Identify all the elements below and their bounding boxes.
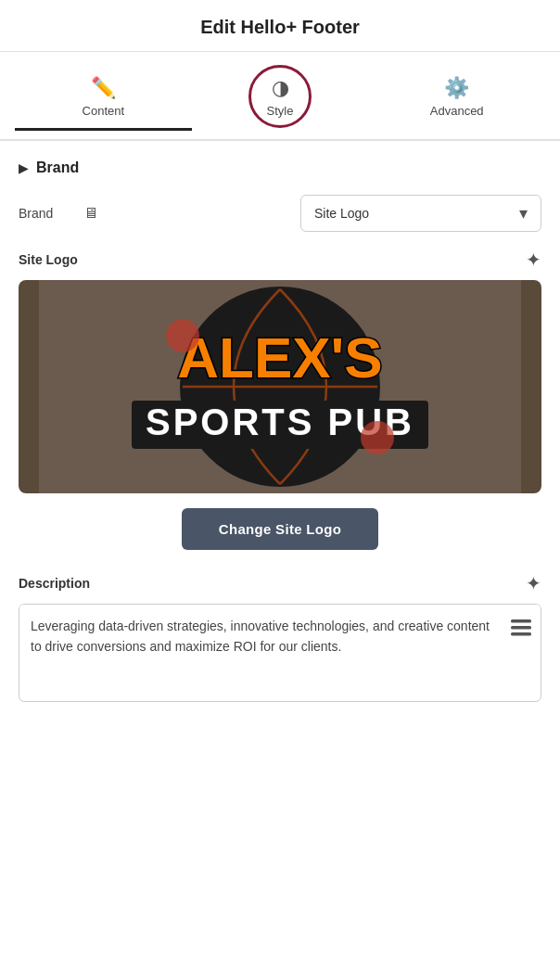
- tab-advanced[interactable]: ⚙️ Advanced: [368, 63, 545, 129]
- brand-select-value: Site Logo: [314, 206, 369, 221]
- description-sparkle-icon[interactable]: ✦: [526, 572, 541, 594]
- logo-image: ALEX'S SPORTS PUB: [19, 280, 541, 493]
- collapse-arrow[interactable]: ▶: [19, 160, 29, 175]
- monitor-icon: 🖥: [83, 205, 98, 222]
- page-wrapper: Edit Hello+ Footer ✏️ Content ◑ Style ⚙️…: [0, 0, 560, 721]
- brand-field-label: Brand: [19, 206, 74, 221]
- chevron-down-icon: ▾: [519, 203, 528, 223]
- section-header: ▶ Brand: [19, 160, 541, 176]
- svg-point-8: [361, 421, 394, 454]
- site-logo-label: Site Logo: [19, 252, 78, 267]
- svg-point-7: [166, 319, 199, 352]
- site-logo-row: Site Logo ✦: [19, 249, 541, 271]
- tab-content[interactable]: ✏️ Content: [15, 63, 192, 129]
- svg-text:ALEX'S: ALEX'S: [177, 325, 382, 389]
- change-logo-button[interactable]: Change Site Logo: [182, 508, 378, 550]
- panel-content: ▶ Brand Brand 🖥 Site Logo ▾ Site Logo ✦: [0, 141, 560, 721]
- gear-icon: ⚙️: [444, 76, 469, 100]
- style-circle: ◑ Style: [248, 65, 312, 128]
- tab-style[interactable]: ◑ Style: [192, 52, 369, 139]
- svg-rect-9: [511, 619, 531, 623]
- page-header: Edit Hello+ Footer: [0, 0, 560, 52]
- page-title: Edit Hello+ Footer: [15, 17, 545, 38]
- sparkle-icon[interactable]: ✦: [526, 249, 541, 271]
- tabs-bar: ✏️ Content ◑ Style ⚙️ Advanced: [0, 52, 560, 141]
- brand-field-row: Brand 🖥 Site Logo ▾: [19, 195, 541, 232]
- description-row: Description ✦: [19, 572, 541, 594]
- description-container: [19, 604, 541, 702]
- description-textarea[interactable]: [19, 605, 541, 697]
- description-label: Description: [19, 576, 90, 591]
- half-circle-icon: ◑: [272, 76, 289, 100]
- svg-rect-10: [511, 626, 531, 630]
- section-title: Brand: [36, 160, 79, 176]
- svg-rect-11: [511, 632, 531, 636]
- stack-icon: [511, 618, 531, 643]
- pencil-icon: ✏️: [91, 76, 116, 100]
- brand-select[interactable]: Site Logo ▾: [300, 195, 541, 232]
